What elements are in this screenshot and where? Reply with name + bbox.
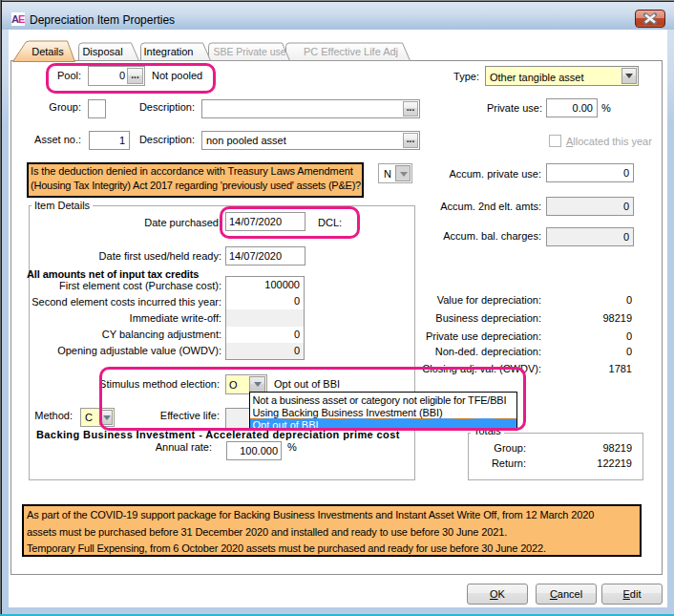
svg-text:Details: Details — [32, 46, 64, 57]
svg-text:Disposal: Disposal — [82, 46, 122, 57]
svg-text:PC Effective Life Adj: PC Effective Life Adj — [304, 46, 398, 57]
svg-text:Integration: Integration — [144, 46, 194, 57]
svg-text:SBE Private use: SBE Private use — [214, 46, 286, 57]
